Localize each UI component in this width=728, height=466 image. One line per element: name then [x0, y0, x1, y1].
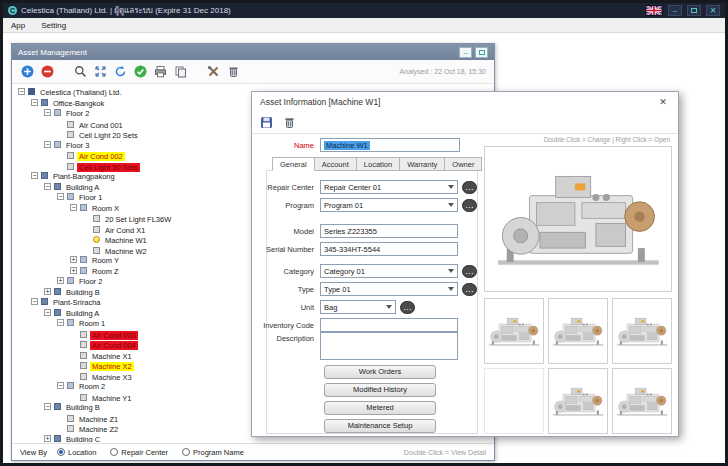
unit-more-button[interactable]: …	[400, 301, 415, 314]
tree-node-label: Plant-Sriracha	[51, 298, 103, 307]
chevron-down-icon	[448, 203, 454, 207]
tree-expander-icon[interactable]: −	[18, 88, 25, 95]
remove-icon[interactable]	[40, 65, 54, 79]
building-icon	[41, 172, 48, 179]
building-icon	[54, 309, 61, 316]
radio-repair-center[interactable]: Repair Center	[110, 448, 168, 457]
menu-app[interactable]: App	[3, 18, 33, 32]
tree-node-label: Celestica (Thailand) Ltd.	[38, 88, 123, 97]
floor-icon	[54, 109, 61, 116]
company-icon	[28, 88, 35, 95]
machine-photo-thumb-2[interactable]	[548, 298, 608, 364]
tree-expander-icon[interactable]: −	[44, 109, 51, 116]
category-select[interactable]: Category 01	[320, 264, 458, 278]
tree-indent	[57, 130, 64, 137]
work-orders-button[interactable]: Work Orders	[324, 365, 436, 379]
tree-expander-icon[interactable]: −	[70, 204, 77, 211]
copy-icon[interactable]	[173, 65, 187, 79]
tree-node-label: Room X	[90, 204, 121, 213]
machine-photo-thumb-5[interactable]	[612, 368, 672, 434]
tree-indent	[57, 414, 64, 421]
tab-owner[interactable]: Owner	[445, 157, 482, 171]
tree-expander-icon[interactable]: −	[57, 193, 64, 200]
category-more-button[interactable]: …	[462, 265, 477, 278]
tree-expander-icon[interactable]: −	[57, 382, 64, 389]
language-flag-icon[interactable]	[645, 5, 663, 16]
tree-expander-icon[interactable]: −	[44, 309, 51, 316]
tree-expander-icon[interactable]: −	[31, 172, 38, 179]
tree-indent	[70, 372, 77, 379]
child-maximize-button[interactable]	[475, 47, 488, 58]
metered-button[interactable]: Metered	[324, 401, 436, 415]
tree-expander-icon[interactable]: +	[70, 256, 77, 263]
tree-node-label: Floor 2	[77, 277, 104, 286]
machine-illustration	[615, 302, 670, 361]
bulb-icon	[93, 236, 100, 243]
add-icon[interactable]	[20, 65, 34, 79]
close-button[interactable]: ✕	[706, 5, 720, 16]
tree-expander-icon[interactable]: −	[31, 99, 38, 106]
menu-setting[interactable]: Setting	[33, 18, 74, 32]
radio-icon[interactable]	[110, 448, 118, 456]
save-icon[interactable]	[260, 116, 273, 129]
dialog-close-button[interactable]: ✕	[656, 97, 670, 107]
child-minimize-button[interactable]: –	[459, 47, 472, 58]
tree-expander-icon[interactable]: −	[44, 403, 51, 410]
minimize-button[interactable]: –	[668, 5, 682, 16]
tab-general[interactable]: General	[272, 157, 315, 171]
description-row: Description	[252, 332, 458, 346]
modified-history-button[interactable]: Modified History	[324, 383, 436, 397]
program-more-button[interactable]: …	[462, 199, 477, 212]
expand-icon[interactable]	[93, 65, 107, 79]
type-select[interactable]: Type 01	[320, 282, 458, 296]
inventory-code-input[interactable]	[320, 318, 458, 332]
type-more-button[interactable]: …	[462, 283, 477, 296]
verify-icon[interactable]	[133, 65, 147, 79]
building-icon	[41, 99, 48, 106]
serial-number-input[interactable]: 345-334HT-5544	[320, 242, 458, 256]
maximize-button[interactable]	[687, 5, 701, 16]
search-icon[interactable]	[73, 65, 87, 79]
tab-warranty[interactable]: Warranty	[400, 157, 445, 171]
tree-expander-icon[interactable]: +	[57, 277, 64, 284]
machine-photo-thumb-1[interactable]	[484, 298, 544, 364]
name-input[interactable]: Machine W1	[320, 138, 460, 152]
tree-expander-icon[interactable]: −	[57, 319, 64, 326]
radio-program-name[interactable]: Program Name	[182, 448, 244, 457]
tree-expander-icon[interactable]: −	[44, 141, 51, 148]
tools-icon[interactable]	[206, 65, 220, 79]
radio-icon[interactable]	[57, 448, 65, 456]
tab-account[interactable]: Account	[315, 157, 357, 171]
program-label: Program	[252, 201, 314, 210]
tree-expander-icon[interactable]: +	[44, 435, 51, 442]
tree-indent	[70, 361, 77, 368]
machine-photo-thumb-4[interactable]	[548, 368, 608, 434]
description-input[interactable]	[320, 332, 458, 360]
tree-node-label: 20 Set Light FL36W	[103, 215, 173, 224]
repair-center-select[interactable]: Repair Center 01	[320, 180, 458, 194]
tree-expander-icon[interactable]: +	[70, 267, 77, 274]
machine-photo-thumb-3[interactable]	[612, 298, 672, 364]
tree-expander-icon[interactable]: −	[44, 183, 51, 190]
radio-icon[interactable]	[182, 448, 190, 456]
tree-node-label: Floor 1	[77, 193, 104, 202]
repair-center-more-button[interactable]: …	[462, 181, 477, 194]
tree-node-label: Machine X3	[90, 373, 134, 382]
trash-icon[interactable]	[283, 116, 296, 129]
asset-icon	[67, 131, 74, 138]
tree-expander-icon[interactable]: +	[44, 288, 51, 295]
model-input[interactable]: Series Z223355	[320, 224, 458, 238]
tab-location[interactable]: Location	[357, 157, 400, 171]
delete-icon[interactable]	[226, 65, 240, 79]
refresh-icon[interactable]	[113, 65, 127, 79]
radio-location[interactable]: Location	[57, 448, 96, 457]
type-label: Type	[252, 285, 314, 294]
print-icon[interactable]	[153, 65, 167, 79]
tree-expander-icon[interactable]: −	[31, 298, 38, 305]
machine-photo-slot-empty[interactable]	[484, 368, 544, 434]
view-by-bar: View By LocationRepair CenterProgram Nam…	[12, 443, 494, 460]
program-select[interactable]: Program 01	[320, 198, 458, 212]
maintenance-setup-button[interactable]: Maintenance Setup	[324, 419, 436, 433]
unit-select[interactable]: Bag	[320, 300, 396, 314]
machine-photo-main[interactable]	[484, 146, 672, 292]
